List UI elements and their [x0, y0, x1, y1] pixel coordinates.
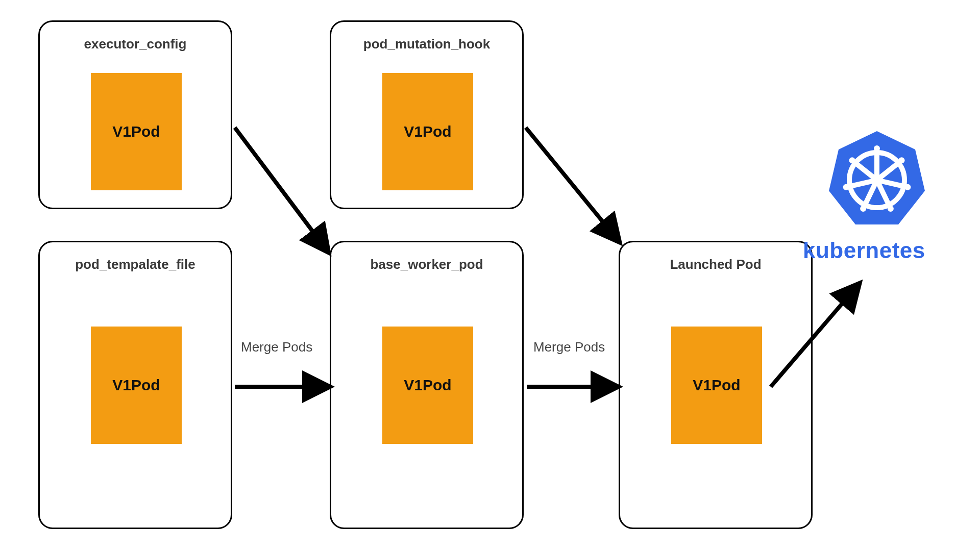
- svg-point-14: [860, 206, 866, 212]
- edge-label-base-to-launched: Merge Pods: [533, 339, 605, 355]
- node-launched-pod: Launched Pod V1Pod: [619, 241, 813, 529]
- arrow-executor-to-base: [235, 128, 327, 250]
- node-executor-config-title: executor_config: [40, 36, 231, 52]
- v1pod-block: V1Pod: [671, 327, 762, 444]
- svg-point-1: [849, 153, 904, 208]
- svg-point-2: [871, 174, 883, 186]
- svg-line-8: [846, 180, 877, 187]
- node-pod-mutation-hook-title: pod_mutation_hook: [331, 36, 522, 52]
- node-executor-config: executor_config V1Pod: [38, 20, 232, 209]
- kubernetes-icon: [829, 131, 925, 224]
- svg-point-13: [888, 206, 894, 212]
- node-pod-mutation-hook: pod_mutation_hook V1Pod: [330, 20, 524, 209]
- svg-point-16: [849, 157, 855, 163]
- v1pod-label: V1Pod: [404, 377, 451, 394]
- svg-marker-0: [829, 131, 925, 224]
- svg-point-12: [904, 184, 911, 190]
- node-pod-template-file-title: pod_tempalate_file: [40, 257, 231, 272]
- svg-point-10: [874, 145, 880, 152]
- svg-point-11: [899, 157, 905, 163]
- v1pod-label: V1Pod: [112, 377, 160, 394]
- node-pod-template-file: pod_tempalate_file V1Pod: [38, 241, 232, 529]
- v1pod-label: V1Pod: [693, 377, 740, 394]
- v1pod-block: V1Pod: [91, 327, 182, 444]
- svg-point-15: [843, 184, 849, 190]
- v1pod-block: V1Pod: [91, 73, 182, 190]
- v1pod-label: V1Pod: [112, 123, 160, 140]
- arrow-mutation-to-launched: [526, 128, 618, 240]
- v1pod-block: V1Pod: [382, 327, 473, 444]
- svg-line-4: [877, 160, 902, 180]
- node-base-worker-pod: base_worker_pod V1Pod: [330, 241, 524, 529]
- v1pod-block: V1Pod: [382, 73, 473, 190]
- svg-line-7: [863, 180, 877, 209]
- svg-line-5: [877, 180, 908, 187]
- node-launched-pod-title: Launched Pod: [620, 257, 811, 272]
- edge-label-template-to-base: Merge Pods: [241, 339, 312, 355]
- kubernetes-label: kubernetes: [803, 238, 925, 263]
- svg-line-6: [877, 180, 891, 209]
- v1pod-label: V1Pod: [404, 123, 451, 140]
- svg-line-9: [852, 160, 877, 180]
- node-base-worker-pod-title: base_worker_pod: [331, 257, 522, 272]
